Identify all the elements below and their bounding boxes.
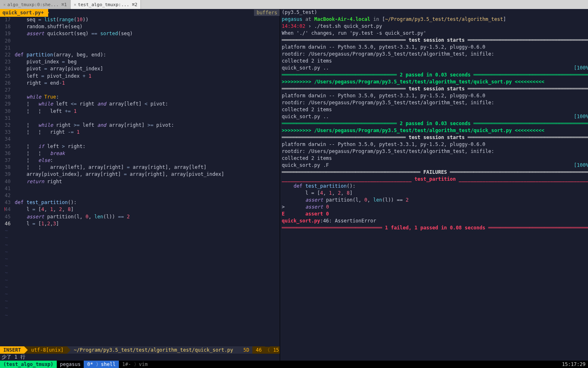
term-line: collected 2 items — [282, 155, 588, 162]
term-line: quick_sort.py:46: AssertionError — [282, 218, 588, 224]
tmux-window[interactable]: 1#- 〉vim — [119, 361, 151, 368]
term-line: ═══════════════════════════════════════ … — [282, 72, 588, 79]
code-line[interactable]: 23 pivot_index = beg — [0, 58, 280, 65]
tmux-session-segment: (test_algo_tmuxp) — [0, 361, 57, 368]
tmux-window-active[interactable]: 0* 〉shell — [84, 361, 119, 368]
code-line[interactable]: 26 right = end-1 — [0, 80, 280, 87]
term-line: ════════════════════════════════════════… — [282, 85, 588, 92]
tab-1[interactable]: × algo_tmuxp:0:she... ⌘1 — [0, 0, 71, 9]
term-line: ════════════════════════════════════════… — [282, 37, 588, 44]
code-line[interactable]: 43def test_partition(): — [0, 199, 280, 206]
chevron-left-icon — [236, 346, 240, 354]
term-line: > assert 0 — [282, 204, 588, 211]
col-segment: 15 — [270, 346, 280, 354]
code-line[interactable]: 32 ¦ while right >= left and array[right… — [0, 122, 280, 129]
term-line: rootdir: /Users/pegasus/Program/py3.5_te… — [282, 51, 588, 58]
tab-1-label: algo_tmuxp:0:she... ⌘1 — [7, 2, 67, 7]
tmux-status-bar: (test_algo_tmuxp) pegasus 0* 〉shell 1#- … — [0, 361, 588, 368]
code-line[interactable]: 37 ¦ else: — [0, 157, 280, 164]
term-line: (py3.5_test) — [282, 9, 588, 16]
code-line[interactable]: 34 — [0, 136, 280, 143]
buffer-list-label[interactable]: buffers — [254, 9, 280, 16]
code-line[interactable]: 38 ¦ ¦ array[left], array[right] = array… — [0, 164, 280, 171]
status-line: INSERT utf-8[unix] ~/Program/py3.5_test/… — [0, 346, 280, 354]
close-icon[interactable]: × — [3, 2, 6, 7]
encoding-segment: utf-8[unix] — [28, 346, 67, 354]
term-line: platform darwin -- Python 3.5.0, pytest-… — [282, 44, 588, 51]
code-line[interactable]: 35 ¦ if left > right: — [0, 143, 280, 150]
term-line: assert partition(l, 0, len(l)) == 2 — [282, 197, 588, 204]
buffer-filename[interactable]: quick_sort.py+ — [0, 9, 48, 17]
term-line: platform darwin -- Python 3.5.0, pytest-… — [282, 92, 588, 99]
term-line: def test_partition(): — [282, 183, 588, 190]
term-line: quick_sort.py ..[100%] — [282, 113, 588, 120]
lint-warn-segment: 5D — [240, 346, 252, 354]
term-line: >>>>>>>>>> /Users/pegasus/Program/py3.5_… — [282, 79, 588, 85]
code-line[interactable]: 27 — [0, 87, 280, 94]
term-line: When './' changes, run 'py.test -s quick… — [282, 30, 588, 37]
code-line[interactable]: 42 — [0, 192, 280, 199]
line-segment: 46 — [252, 346, 265, 354]
code-line[interactable]: 18 random.shuffle(seq) — [0, 23, 280, 30]
editor-pane[interactable]: quick_sort.py+ buffers 17 seq = list(ran… — [0, 9, 280, 361]
terminal-pane[interactable]: (py3.5_test)pegasus at MacBook-Air-4.loc… — [280, 9, 588, 361]
term-line: ════════════════════════════════════════… — [282, 169, 588, 176]
tmux-clock: 15:17:29 — [559, 361, 588, 368]
tab-2-label: test_algo_tmuxp:... ⌘2 — [78, 2, 138, 7]
tab-bar: × algo_tmuxp:0:she... ⌘1 × test_algo_tmu… — [0, 0, 588, 9]
code-line[interactable]: 31 — [0, 115, 280, 122]
buffer-bar: quick_sort.py+ buffers — [0, 9, 280, 16]
code-line[interactable]: 22def partition(array, beg, end): — [0, 52, 280, 58]
chevron-right-icon — [24, 346, 28, 354]
term-line: collected 2 items — [282, 58, 588, 65]
code-line[interactable]: 41 — [0, 185, 280, 192]
code-line[interactable]: 21 — [0, 45, 280, 52]
code-line[interactable]: 46 l = [1,2,3] — [0, 220, 280, 227]
term-line: ________________________________________… — [282, 176, 588, 183]
term-line: quick_sort.py .F[100%] — [282, 162, 588, 169]
code-line[interactable]: 25 left = pivot_index + 1 — [0, 73, 280, 80]
code-line[interactable]: 20 — [0, 38, 280, 45]
code-line[interactable]: 33 ¦ ¦ right -= 1 — [0, 129, 280, 136]
code-line[interactable]: 39 array[pivot_index], array[right] = ar… — [0, 171, 280, 178]
code-line[interactable]: 40 return right — [0, 178, 280, 185]
term-line: E assert 0 — [282, 211, 588, 218]
term-line: 14:34:02 › ./test.sh quick_sort.py — [282, 23, 588, 30]
code-line[interactable]: 29 ¦ while left <= right and array[left]… — [0, 101, 280, 108]
code-line[interactable]: !44 l = [4, 1, 2, 8] — [0, 206, 280, 213]
terminal-output[interactable]: (py3.5_test)pegasus at MacBook-Air-4.loc… — [280, 9, 588, 361]
code-line[interactable]: 17 seq = list(range(10)) — [0, 16, 280, 23]
close-icon[interactable]: × — [74, 2, 76, 7]
message-line: 少了 1 行 — [0, 354, 280, 361]
term-line: ════════════════════════════════════════… — [282, 134, 588, 141]
code-line[interactable]: 19 assert quicksort(seq) == sorted(seq) — [0, 30, 280, 37]
term-line: pegasus at MacBook-Air-4.local in [~/Pro… — [282, 16, 588, 23]
code-line[interactable]: 30 ¦ ¦ left += 1 — [0, 108, 280, 115]
mode-segment: INSERT — [0, 346, 24, 354]
code-line[interactable]: 24 pivot = array[pivot_index] — [0, 65, 280, 72]
code-area[interactable]: 17 seq = list(range(10))18 random.shuffl… — [0, 16, 280, 346]
term-line: ═══════════════════════════════════════ … — [282, 120, 588, 127]
filepath-segment: ~/Program/py3.5_test/test/algorithm_test… — [71, 346, 236, 354]
term-line: platform darwin -- Python 3.5.0, pytest-… — [282, 141, 588, 148]
term-line: ══════════════════════════════════ 1 fai… — [282, 224, 588, 231]
code-line[interactable]: 36 ¦ ¦ break — [0, 150, 280, 157]
term-line: rootdir: /Users/pegasus/Program/py3.5_te… — [282, 99, 588, 106]
tab-2[interactable]: × test_algo_tmuxp:... ⌘2 — [71, 0, 141, 9]
term-line: quick_sort.py ..[100%] — [282, 65, 588, 72]
tmux-host-segment: pegasus — [57, 361, 84, 368]
code-line[interactable]: 28 while True: — [0, 94, 280, 101]
code-line[interactable]: 45 assert partition(l, 0, len(l)) == 2 — [0, 213, 280, 220]
term-line: collected 2 items — [282, 106, 588, 113]
term-line: >>>>>>>>>> /Users/pegasus/Program/py3.5_… — [282, 127, 588, 134]
term-line: rootdir: /Users/pegasus/Program/py3.5_te… — [282, 148, 588, 155]
term-line: l = [4, 1, 2, 8] — [282, 190, 588, 197]
chevron-right-icon — [67, 346, 71, 354]
